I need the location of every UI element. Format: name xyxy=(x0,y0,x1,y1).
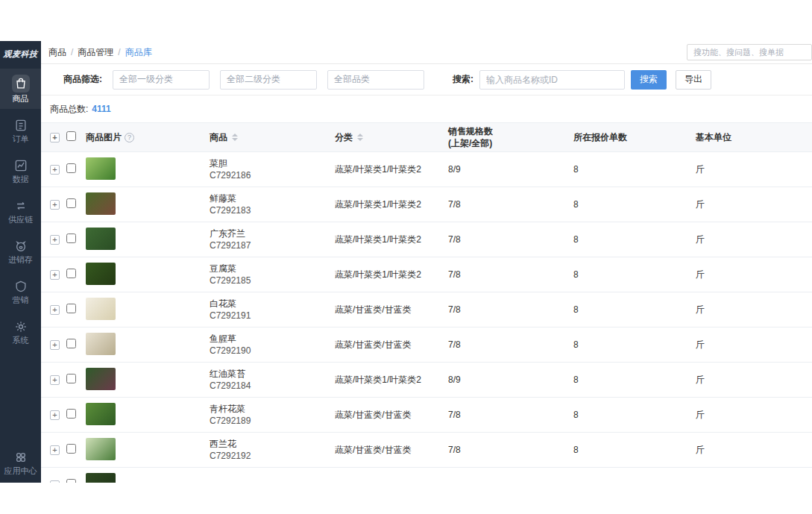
expand-row-button[interactable]: + xyxy=(50,375,60,385)
header-spec-count: 销售规格数 (上架/全部) xyxy=(448,125,573,149)
table-row: +豆腐菜C7292185蔬菜/叶菜类1/叶菜类27/88斤 xyxy=(41,257,812,292)
product-image-cell xyxy=(86,368,210,392)
expand-row-button[interactable]: + xyxy=(50,340,60,350)
data-icon xyxy=(13,158,28,173)
spec-count: 7/8 xyxy=(448,234,573,245)
row-checkbox-cell xyxy=(66,198,86,210)
product-name: 豆腐菜 xyxy=(210,263,335,274)
base-unit: 斤 xyxy=(696,163,812,176)
base-unit: 斤 xyxy=(696,234,812,246)
select-all-checkbox[interactable] xyxy=(66,131,76,141)
quote-count: 8 xyxy=(573,339,696,350)
product-image-cell xyxy=(86,298,210,322)
expand-row-button[interactable]: + xyxy=(50,480,60,483)
export-button[interactable]: 导出 xyxy=(676,70,711,90)
product-code: C7292189 xyxy=(210,416,335,426)
product-name: 白花菜 xyxy=(210,298,335,309)
expand-row-button[interactable]: + xyxy=(50,445,60,455)
product-category: 蔬菜/甘蓝类/甘蓝类 xyxy=(335,444,448,457)
spec-count: 8/9 xyxy=(448,164,573,175)
sidebar-item-label: 数据 xyxy=(13,175,29,184)
sidebar-item-goods[interactable]: 商品 xyxy=(0,69,41,109)
sidebar-item-supply-chain[interactable]: 供应链 xyxy=(0,192,41,230)
sidebar-item-marketing[interactable]: 营销 xyxy=(0,273,41,310)
inventory-icon xyxy=(13,239,28,254)
product-name-cell: 鲜藤菜C7292183 xyxy=(210,193,335,216)
sidebar-item-data[interactable]: 数据 xyxy=(0,152,41,189)
expand-row-button[interactable]: + xyxy=(50,305,60,315)
app-window: 观麦科技 商品订单数据供应链进销存营销系统 应用中心 商品 / 商品管理 / 商… xyxy=(0,41,812,483)
row-checkbox[interactable] xyxy=(66,234,76,243)
row-checkbox-cell xyxy=(66,339,86,351)
product-search-input[interactable] xyxy=(479,70,625,90)
search-button[interactable]: 搜索 xyxy=(631,70,667,90)
product-name: 西兰花 xyxy=(210,439,335,449)
sidebar-item-label: 系统 xyxy=(13,336,29,345)
sidebar-item-system[interactable]: 系统 xyxy=(0,313,41,351)
row-checkbox-cell xyxy=(66,374,86,386)
base-unit: 斤 xyxy=(696,269,812,281)
product-name-cell: 广东芥兰C7292187 xyxy=(210,228,335,251)
row-checkbox[interactable] xyxy=(66,409,76,419)
spec-count: 7/8 xyxy=(448,445,573,455)
sort-icon[interactable] xyxy=(232,134,238,141)
spec-count: 7/8 xyxy=(448,304,573,315)
row-checkbox-cell xyxy=(66,269,86,280)
product-name: 广东芥兰 xyxy=(210,228,335,239)
breadcrumb-goods[interactable]: 商品 xyxy=(48,46,66,59)
product-category: 蔬菜/甘蓝类/甘蓝类 xyxy=(335,304,448,316)
expand-row-button[interactable]: + xyxy=(50,200,60,210)
spec-count: 8/9 xyxy=(448,374,573,385)
row-checkbox[interactable] xyxy=(66,444,76,454)
base-unit: 斤 xyxy=(696,444,812,457)
row-checkbox[interactable] xyxy=(66,479,76,483)
quote-count: 8 xyxy=(573,234,696,245)
row-checkbox[interactable] xyxy=(66,163,76,173)
expand-row-button[interactable]: + xyxy=(50,235,60,245)
sidebar-item-orders[interactable]: 订单 xyxy=(0,112,41,149)
sidebar-item-inventory[interactable]: 进销存 xyxy=(0,233,41,270)
spec-count: 7/8 xyxy=(448,199,573,210)
product-image xyxy=(86,192,116,215)
table-header: + 商品图片 ? 商品 分类 销售规格数 (上架/全 xyxy=(41,122,812,152)
topbar: 商品 / 商品管理 / 商品库 xyxy=(41,41,812,64)
sidebar-item-label: 商品 xyxy=(13,95,29,103)
row-checkbox[interactable] xyxy=(66,269,76,278)
search-label: 搜索: xyxy=(453,73,473,86)
expand-row-button[interactable]: + xyxy=(50,410,60,420)
breadcrumb-separator: / xyxy=(71,47,73,57)
sort-icon[interactable] xyxy=(357,134,363,141)
row-checkbox[interactable] xyxy=(66,198,76,208)
breadcrumb-goods-management[interactable]: 商品管理 xyxy=(78,46,113,59)
sidebar-item-app-center[interactable]: 应用中心 xyxy=(0,444,41,483)
level1-category-select[interactable]: 全部一级分类 xyxy=(113,70,210,90)
row-checkbox[interactable] xyxy=(66,304,76,313)
row-checkbox[interactable] xyxy=(66,374,76,383)
table-row: +鱼腥草C7292190蔬菜/甘蓝类/甘蓝类7/88斤 xyxy=(41,327,812,363)
expand-row-button[interactable]: + xyxy=(50,165,60,175)
header-category[interactable]: 分类 xyxy=(335,131,448,144)
level2-category-select[interactable]: 全部二级分类 xyxy=(220,70,317,90)
help-icon[interactable]: ? xyxy=(125,133,134,142)
main-content: 商品 / 商品管理 / 商品库 商品筛选: 全部一级分类 全部二级分类 全部品类… xyxy=(41,41,812,483)
global-search-input[interactable] xyxy=(687,44,812,60)
product-image-cell xyxy=(86,438,210,463)
table-row: +鲜藤菜C7292183蔬菜/叶菜类1/叶菜类27/88斤 xyxy=(41,187,812,222)
orders-icon xyxy=(13,118,28,133)
sidebar-item-label: 应用中心 xyxy=(4,467,37,475)
quote-count: 8 xyxy=(573,199,696,210)
product-category: 蔬菜/叶菜类1/叶菜类2 xyxy=(335,163,448,176)
header-product[interactable]: 商品 xyxy=(210,131,335,144)
filter-label: 商品筛选: xyxy=(63,73,102,86)
row-checkbox-cell xyxy=(66,163,86,175)
row-checkbox-cell xyxy=(66,234,86,245)
expand-all-button[interactable]: + xyxy=(50,133,60,142)
product-image xyxy=(86,157,116,180)
system-icon xyxy=(13,319,28,334)
expand-row-button[interactable]: + xyxy=(50,270,60,280)
product-category: 蔬菜/叶菜类1/叶菜类2 xyxy=(335,374,448,386)
product-type-select[interactable]: 全部品类 xyxy=(327,70,424,90)
row-checkbox[interactable] xyxy=(66,339,76,348)
goods-icon xyxy=(12,75,30,93)
supply-chain-icon xyxy=(13,198,28,213)
